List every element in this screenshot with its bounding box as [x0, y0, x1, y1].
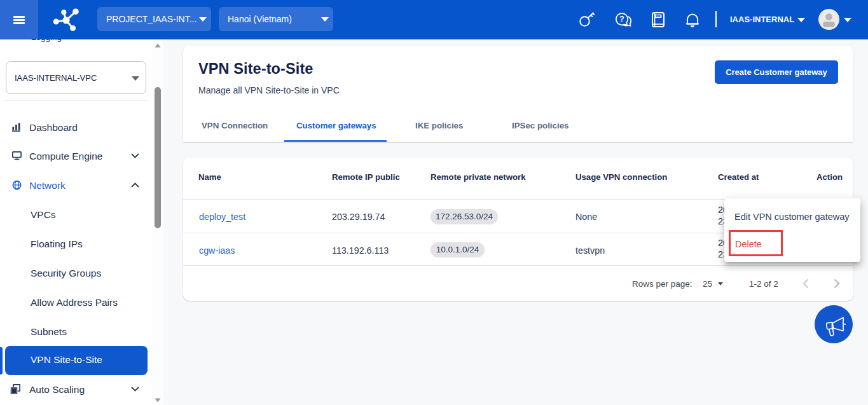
svg-text:?: ? — [619, 15, 624, 24]
